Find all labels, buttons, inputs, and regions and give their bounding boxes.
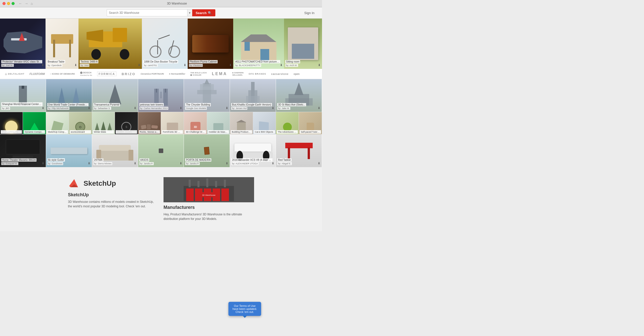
product-label-4: PORTA DE MADEIRA bbox=[185, 158, 211, 162]
product-item-6[interactable]: Red Tabloe by: Abigail E. ⬇ bbox=[276, 134, 322, 167]
collection-item-7[interactable]: FormFonts 3D Models bbox=[161, 112, 184, 134]
item-author-2: by: Xevi bbox=[80, 64, 89, 67]
featured-item-1[interactable]: Breakout Table by: Opendesk ⬇ bbox=[46, 19, 78, 69]
download-icon-3[interactable]: ⬇ bbox=[184, 63, 186, 67]
product-download-6[interactable]: ⬇ bbox=[318, 162, 320, 165]
download-icon-6[interactable]: ⬇ bbox=[318, 63, 320, 67]
brand-kohler[interactable]: THE BOLD LOCK▣ KOHLER bbox=[190, 72, 207, 76]
building-item-6[interactable]: 3D St Mary Ave (Sketc... by: Jake M. ⬇ bbox=[276, 79, 322, 112]
building-download-5[interactable]: ⬇ bbox=[272, 106, 274, 110]
building-download-6[interactable]: ⬇ bbox=[318, 106, 320, 110]
download-icon-2[interactable]: ⬇ bbox=[138, 63, 140, 67]
brand-open[interactable]: open bbox=[294, 73, 300, 75]
product-download-3[interactable]: ⬇ bbox=[180, 162, 182, 165]
download-icon-1[interactable]: ⬇ bbox=[74, 63, 77, 67]
collection-item-2[interactable]: SketchUp Components bbox=[46, 112, 69, 134]
featured-item-4[interactable]: Plexform Piuma Cabinet by: Flextorm ⬇ bbox=[188, 19, 233, 69]
featured-item-5[interactable]: #011 PHOTOMATCHED from picture TINY HOUS… bbox=[233, 19, 284, 69]
svg-rect-4 bbox=[186, 188, 194, 201]
building-download-0[interactable]: ⬇ bbox=[42, 106, 44, 110]
building-item-0[interactable]: Shanghai World Financial Center // 上海环球金… bbox=[0, 79, 46, 112]
brand-ofs[interactable]: OFS BRANDS bbox=[249, 73, 266, 75]
product-label-5: 2016 Alexander XCS V8 (4 door edition) bbox=[231, 158, 272, 162]
collection-label-13: Self-paced Tutorials bbox=[300, 130, 321, 134]
product-item-3[interactable]: VASOS by: Jandra P. ⬇ bbox=[138, 134, 184, 167]
sign-in-button[interactable]: Sign In bbox=[304, 11, 314, 15]
brand-bosch[interactable]: ⬤ BOSCHInvented for life bbox=[80, 71, 92, 76]
maximize-button[interactable] bbox=[12, 2, 15, 5]
brand-brizo[interactable]: BRIZO bbox=[122, 72, 135, 76]
buildings-row: Shanghai World Financial Center // 上海环球金… bbox=[0, 79, 322, 112]
collection-item-11[interactable]: Cat-e BIM Objects bbox=[253, 112, 276, 134]
building-item-5[interactable]: Burj Khalifa (Google Earth Version) by: … bbox=[230, 79, 276, 112]
product-label-0: Home Theater Marantz 8802A bbox=[1, 158, 36, 162]
search-input[interactable] bbox=[107, 9, 187, 16]
svg-rect-8 bbox=[221, 188, 229, 201]
featured-item-3[interactable]: 1898 De Dion Bouton Tricycle by: cam0761… bbox=[142, 19, 187, 69]
item-label-6: Sitting room bbox=[285, 60, 300, 63]
product-label-1: 6k style Gutter bbox=[47, 158, 65, 162]
building-download-4[interactable]: ⬇ bbox=[226, 106, 228, 110]
item-label-4: Plexform Piuma Cabinet bbox=[189, 60, 218, 63]
download-icon-0[interactable]: ⬇ bbox=[42, 63, 44, 67]
brand-sherwin[interactable]: ■ SHERWINWILLIAMS. bbox=[232, 72, 244, 76]
product-download-0[interactable]: ⬇ bbox=[42, 162, 44, 165]
product-download-2[interactable]: ⬇ bbox=[134, 162, 136, 165]
building-download-2[interactable]: ⬇ bbox=[134, 106, 136, 110]
window-title: 3D Warehouse bbox=[34, 2, 319, 5]
building-label-1: One World Trade Center (Freedom Tower) bbox=[47, 103, 89, 106]
building-download-3[interactable]: ⬇ bbox=[180, 106, 182, 110]
brand-caesarstone[interactable]: caesarstone bbox=[271, 73, 289, 75]
featured-item-2[interactable]: Technic 3489 A by: Xevi ⬇ bbox=[78, 19, 142, 69]
brand-hermanmiller[interactable]: ● HermanMiller bbox=[169, 73, 185, 75]
minimize-button[interactable] bbox=[7, 2, 10, 5]
brand-icons-denmark[interactable]: ○ ICONS OF DENMARK bbox=[50, 73, 75, 75]
collection-item-13[interactable]: Self-paced Tutorials bbox=[299, 112, 322, 134]
close-button[interactable] bbox=[3, 2, 6, 5]
back-icon[interactable]: ← bbox=[19, 2, 22, 6]
svg-rect-10 bbox=[197, 181, 199, 187]
search-button[interactable]: Search 🔍 bbox=[192, 9, 215, 16]
collection-item-6[interactable]: Rocks, Stones and Boulders bbox=[138, 112, 161, 134]
download-icon-5[interactable]: ⬇ bbox=[280, 63, 283, 67]
collection-item-10[interactable]: Building Product Manufact... bbox=[230, 112, 253, 134]
brand-lema[interactable]: LEMA bbox=[212, 72, 227, 76]
collection-label-7: FormFonts 3D Models bbox=[162, 130, 183, 134]
building-author-6: by: Jake M. bbox=[277, 107, 290, 110]
building-label-4: The Chrysler Building bbox=[185, 103, 211, 106]
featured-item-0[interactable]: 'Protector' Venator-II/GC class Star Des… bbox=[0, 19, 46, 69]
collection-item-4[interactable]: Winter trees bbox=[92, 112, 115, 134]
product-item-4[interactable]: PORTA DE MADEIRA by: Jandra P. ⬇ bbox=[184, 134, 230, 167]
collection-item-0[interactable]: Viva Lighting Fixtures bbox=[0, 112, 23, 134]
brand-portinari[interactable]: Ceramica PORTINARI bbox=[141, 73, 164, 75]
building-item-4[interactable]: The Chrysler Building Google Geo Models … bbox=[184, 79, 230, 112]
brand-formica[interactable]: FORMICA bbox=[97, 72, 116, 76]
building-item-1[interactable]: One World Trade Center (Freedom Tower) b… bbox=[46, 79, 92, 112]
collection-item-5[interactable]: S Skylark Motors bbox=[115, 112, 138, 134]
download-icon-4[interactable]: ⬇ bbox=[229, 63, 232, 67]
featured-item-6[interactable]: Sitting room by: Arch M. ⬇ bbox=[284, 19, 322, 69]
product-download-4[interactable]: ⬇ bbox=[226, 162, 228, 165]
collection-item-1[interactable]: Dynamic Components bbox=[23, 112, 46, 134]
building-download-1[interactable]: ⬇ bbox=[88, 106, 90, 110]
manufacturers-factory-icon: 3D Warehouse bbox=[184, 178, 234, 201]
collection-item-9[interactable]: mobilier de Maisons du m... bbox=[207, 112, 230, 134]
collection-item-12[interactable]: The Adventures of Froggy bbox=[276, 112, 299, 134]
brand-fluxform[interactable]: FLUXFORM bbox=[29, 72, 45, 75]
product-item-1[interactable]: 6k style Gutter by: Goodnews ⬇ bbox=[46, 134, 92, 167]
product-item-5[interactable]: 2016 Alexander XCS V8 (4 door edition) b… bbox=[230, 134, 276, 167]
forward-icon[interactable]: → bbox=[25, 2, 28, 6]
product-item-2[interactable]: 29756K by: Sierra Mòvies ⬇ bbox=[92, 134, 138, 167]
building-item-3[interactable]: petronas twin towers by: Carlos Hernande… bbox=[138, 79, 184, 112]
home-icon[interactable]: ⌂ bbox=[31, 2, 33, 6]
collection-label-1: Dynamic Components bbox=[24, 130, 45, 134]
search-dropdown-button[interactable]: ▼ bbox=[187, 9, 192, 16]
product-item-0[interactable]: Home Theater Marantz 8802A by: Ezequiel … bbox=[0, 134, 46, 167]
collection-item-3[interactable]: ○ ecoScorecard bbox=[69, 112, 92, 134]
product-download-1[interactable]: ⬇ bbox=[88, 162, 90, 165]
product-download-5[interactable]: ⬇ bbox=[272, 162, 274, 165]
brand-deltalight[interactable]: △ DELTALIGHT bbox=[5, 73, 24, 75]
building-author-5: by: Jeroen Hul bbox=[231, 107, 247, 110]
building-item-2[interactable]: Transamerica Pyramid by: Sebastian S. ⬇ bbox=[92, 79, 138, 112]
collection-item-8[interactable]: 3D 3D Challenge Winners bbox=[184, 112, 207, 134]
